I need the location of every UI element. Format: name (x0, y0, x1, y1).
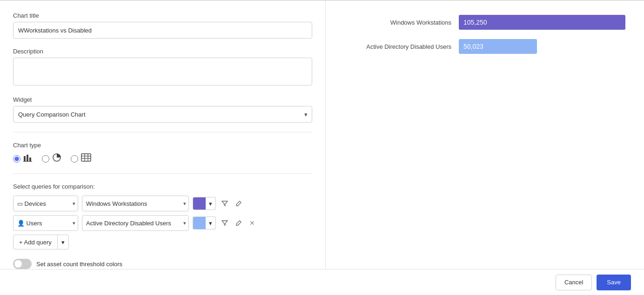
svg-rect-0 (24, 156, 26, 161)
description-group: Description (13, 48, 312, 87)
query-row-1: ▭ Devices 👤 Users ▾ Windows Workstations… (13, 196, 312, 211)
pie-chart-icon (52, 153, 61, 164)
chart-bar-row-1: Windows Workstations 105,250 (344, 15, 625, 30)
category-select-wrapper-1: ▭ Devices 👤 Users ▾ (13, 196, 78, 211)
add-query-button[interactable]: + Add query (13, 235, 58, 249)
svg-rect-5 (81, 154, 91, 161)
remove-btn-2[interactable]: ✕ (248, 217, 257, 229)
add-query-chevron[interactable]: ▾ (58, 235, 69, 249)
widget-select-wrapper: Query Comparison Chart Bar Chart Pie Cha… (13, 106, 312, 123)
chart-title-input[interactable] (13, 22, 312, 39)
chart-bar-row-2: Active Directory Disabled Users 50,023 (344, 39, 625, 54)
color-swatch-2[interactable] (193, 216, 206, 229)
color-swatch-1[interactable] (193, 197, 206, 210)
query-name-select-1[interactable]: Windows Workstations (82, 196, 189, 211)
svg-rect-2 (29, 157, 31, 161)
description-input[interactable] (13, 58, 312, 85)
filter-btn-1[interactable] (220, 198, 230, 209)
radio-bar-input[interactable] (13, 155, 20, 163)
right-panel: Windows Workstations 105,250 Active Dire… (326, 1, 644, 269)
bar-label-1: Windows Workstations (344, 19, 451, 26)
chart-title-label: Chart title (13, 12, 312, 19)
footer: Cancel Save (0, 269, 644, 295)
bar-value-2: 50,023 (463, 43, 483, 50)
threshold-toggle[interactable] (13, 259, 32, 269)
category-select-2[interactable]: 👤 Users ▭ Devices (13, 215, 78, 231)
table-chart-icon (81, 153, 91, 164)
widget-select[interactable]: Query Comparison Chart Bar Chart Pie Cha… (13, 106, 312, 123)
queries-label: Select queries for comparison: (13, 183, 312, 190)
query-name-select-wrapper-2: Active Directory Disabled Users ▾ (82, 215, 189, 231)
bar-1: 105,250 (459, 15, 625, 30)
chart-type-row (13, 153, 312, 164)
add-query-group: + Add query ▾ (13, 235, 312, 249)
bar-label-2: Active Directory Disabled Users (344, 43, 451, 50)
bar-2-wrapper: 50,023 (459, 39, 625, 54)
color-picker-2: ▾ (193, 216, 216, 229)
widget-group: Widget Query Comparison Chart Bar Chart … (13, 96, 312, 123)
color-picker-1: ▾ (193, 197, 216, 210)
chart-title-group: Chart title (13, 12, 312, 39)
svg-rect-1 (27, 155, 28, 161)
save-button[interactable]: Save (597, 275, 631, 290)
radio-table-input[interactable] (71, 155, 78, 163)
description-label: Description (13, 48, 312, 55)
queries-group: Select queries for comparison: ▭ Devices… (13, 183, 312, 249)
edit-btn-2[interactable] (234, 218, 244, 228)
left-panel: Chart title Description Widget Query Com… (0, 1, 326, 269)
bar-value-1: 105,250 (463, 19, 487, 26)
edit-btn-1[interactable] (234, 198, 244, 209)
category-select-wrapper-2: 👤 Users ▭ Devices ▾ (13, 215, 78, 231)
threshold-row: Set asset count threshold colors (13, 259, 312, 269)
divider-1 (13, 132, 312, 132)
color-chevron-2[interactable]: ▾ (206, 216, 216, 229)
query-row-2: 👤 Users ▭ Devices ▾ Active Directory Dis… (13, 215, 312, 231)
divider-2 (13, 173, 312, 174)
color-chevron-1[interactable]: ▾ (206, 197, 216, 210)
chart-type-label: Chart type (13, 142, 312, 149)
bar-2: 50,023 (459, 39, 537, 54)
radio-table[interactable] (71, 153, 91, 164)
bar-chart-icon (23, 153, 33, 164)
radio-pie-input[interactable] (42, 155, 49, 163)
threshold-slider (13, 259, 32, 269)
query-name-select-wrapper-1: Windows Workstations ▾ (82, 196, 189, 211)
chart-type-group: Chart type (13, 142, 312, 164)
radio-pie[interactable] (42, 153, 61, 164)
category-select-1[interactable]: ▭ Devices 👤 Users (13, 196, 78, 211)
widget-label: Widget (13, 96, 312, 103)
filter-btn-2[interactable] (220, 218, 230, 228)
cancel-button[interactable]: Cancel (556, 275, 592, 290)
radio-bar[interactable] (13, 153, 33, 164)
query-name-select-2[interactable]: Active Directory Disabled Users (82, 215, 189, 231)
threshold-label: Set asset count threshold colors (36, 261, 122, 268)
